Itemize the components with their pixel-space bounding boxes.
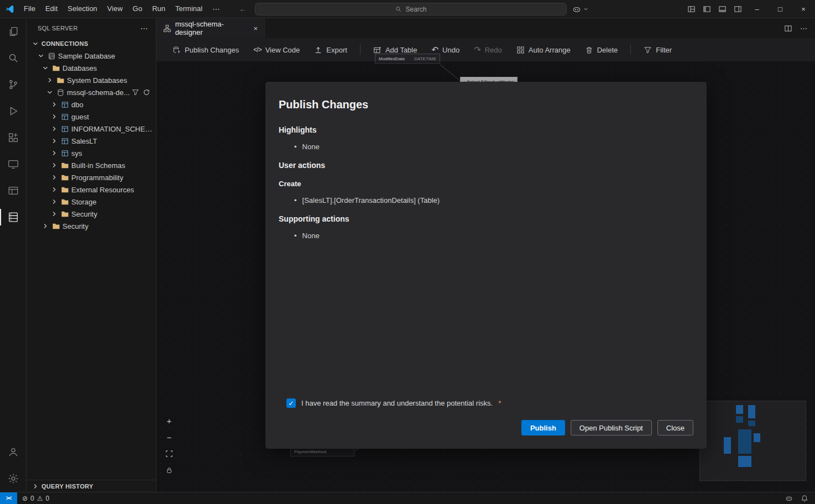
chevron-right-icon <box>45 76 54 85</box>
error-count: 0 <box>30 495 34 502</box>
checkbox-label: I have read the summary and understand t… <box>301 399 493 407</box>
add-table-icon <box>373 46 382 54</box>
tab-mssql-schema-designer[interactable]: mssql-schema-designer × <box>156 18 265 38</box>
split-editor-icon[interactable] <box>784 24 792 33</box>
add-table-button[interactable]: Add Table <box>366 46 425 54</box>
notifications-bell-icon[interactable] <box>801 495 808 502</box>
tree-item-programmability[interactable]: Programmability <box>27 171 156 183</box>
extensions-icon[interactable] <box>0 124 27 151</box>
tree-item-system-databases[interactable]: System Databases <box>27 74 156 86</box>
filter-icon[interactable] <box>132 88 139 96</box>
connections-section-header[interactable]: CONNECTIONS <box>27 38 156 50</box>
redo-button[interactable]: ↷ Redo <box>467 45 509 55</box>
copilot-button[interactable] <box>572 3 589 15</box>
menu-run[interactable]: Run <box>147 0 170 18</box>
chevron-down-icon <box>583 6 589 12</box>
tree-item-saleslt[interactable]: SalesLT <box>27 135 156 147</box>
remote-explorer-icon[interactable] <box>0 151 27 177</box>
account-icon[interactable] <box>0 439 27 465</box>
editor-layout-icon[interactable] <box>0 177 27 204</box>
bullet-icon: • <box>294 143 297 151</box>
menu-terminal[interactable]: Terminal <box>170 0 207 18</box>
copilot-status-icon[interactable] <box>785 495 793 502</box>
tree-item-external-resources[interactable]: External Resources <box>27 183 156 196</box>
tree-item-information-schema[interactable]: INFORMATION_SCHEMA <box>27 123 156 135</box>
tree-item-security-server[interactable]: Security <box>27 220 156 232</box>
minimap-node <box>748 421 755 426</box>
vscode-logo-icon <box>0 4 19 14</box>
zoom-in-button[interactable]: + <box>163 414 175 427</box>
query-history-section-header[interactable]: QUERY HISTORY <box>27 480 156 492</box>
refresh-icon[interactable] <box>143 88 150 96</box>
tree-item-databases[interactable]: Databases <box>27 62 156 74</box>
delete-button[interactable]: Delete <box>578 46 625 54</box>
sql-server-view-icon[interactable] <box>0 204 27 230</box>
chevron-down-icon <box>41 64 50 72</box>
undo-button[interactable]: ↶ Undo <box>424 45 467 55</box>
settings-gear-icon[interactable] <box>0 465 27 492</box>
back-icon[interactable]: ← <box>239 4 247 13</box>
tree-item-security-db[interactable]: Security <box>27 208 156 220</box>
sidebar-title: SQL SERVER <box>38 25 78 32</box>
toggle-secondary-sidebar-icon[interactable] <box>730 0 745 18</box>
chevron-right-icon <box>50 136 59 145</box>
publish-changes-button[interactable]: Publish Changes <box>165 46 246 54</box>
list-item: • None <box>294 143 693 151</box>
fit-view-icon[interactable] <box>163 448 175 460</box>
sidebar-more-icon[interactable]: ⋯ <box>140 24 148 33</box>
tree-item-sys[interactable]: sys <box>27 147 156 159</box>
remote-indicator[interactable]: >< <box>0 492 17 504</box>
tree-item-storage[interactable]: Storage <box>27 196 156 208</box>
publish-button[interactable]: Publish <box>521 420 565 435</box>
toggle-primary-sidebar-icon[interactable] <box>699 0 714 18</box>
auto-arrange-button[interactable]: Auto Arrange <box>509 46 578 54</box>
designer-toolbar: Publish Changes </> View Code Export Add… <box>156 38 815 61</box>
schema-designer-icon <box>163 24 171 33</box>
customize-layout-icon[interactable] <box>683 0 699 18</box>
zoom-out-button[interactable]: − <box>163 431 175 443</box>
tree-item-mssql-schema-designer-db[interactable]: mssql-schema-de... <box>27 86 156 98</box>
chevron-right-icon <box>50 124 59 133</box>
close-tab-icon[interactable]: × <box>253 24 258 33</box>
chevron-right-icon <box>50 149 59 158</box>
menu-more-icon[interactable]: ⋯ <box>207 5 224 13</box>
view-code-button[interactable]: </> View Code <box>246 46 307 54</box>
menu-selection[interactable]: Selection <box>62 0 102 18</box>
tree-item-sample-database[interactable]: Sample Database <box>27 50 156 62</box>
editor-more-icon[interactable]: ⋯ <box>800 24 807 33</box>
tree-item-dbo[interactable]: dbo <box>27 98 156 111</box>
editor-group: mssql-schema-designer × ⋯ Publish Change… <box>156 18 815 492</box>
tree-item-built-in-schemas[interactable]: Built-in Schemas <box>27 159 156 171</box>
export-button[interactable]: Export <box>307 46 354 54</box>
toggle-panel-icon[interactable] <box>714 0 730 18</box>
auto-arrange-icon <box>516 46 525 54</box>
problems-status[interactable]: ⊘ 0 ⚠ 0 <box>17 495 54 502</box>
run-debug-icon[interactable] <box>0 98 27 124</box>
source-control-icon[interactable] <box>0 71 27 98</box>
tab-bar: mssql-schema-designer × ⋯ <box>156 18 815 38</box>
explorer-icon[interactable] <box>0 18 27 45</box>
diagram-minimap[interactable] <box>699 401 806 481</box>
menu-go[interactable]: Go <box>128 0 147 18</box>
filter-button[interactable]: Filter <box>636 46 679 54</box>
search-view-icon[interactable] <box>0 45 27 71</box>
close-dialog-button[interactable]: Close <box>657 420 693 435</box>
tree-item-guest[interactable]: guest <box>27 111 156 123</box>
lock-icon[interactable] <box>163 464 175 476</box>
trash-icon <box>585 46 593 54</box>
command-center-search[interactable]: Search <box>255 3 567 15</box>
user-actions-heading: User actions <box>279 161 693 170</box>
maximize-button[interactable]: □ <box>769 0 792 18</box>
chevron-right-icon <box>50 197 59 206</box>
risk-acknowledge-checkbox[interactable]: ✓ <box>286 398 296 408</box>
open-publish-script-button[interactable]: Open Publish Script <box>571 420 652 435</box>
menu-file[interactable]: File <box>19 0 40 18</box>
close-window-button[interactable]: × <box>792 0 815 18</box>
menu-edit[interactable]: Edit <box>40 0 62 18</box>
chevron-right-icon <box>50 112 59 121</box>
server-icon <box>47 51 56 60</box>
dialog-title: Publish Changes <box>279 98 693 111</box>
minimize-button[interactable]: – <box>745 0 769 18</box>
menu-view[interactable]: View <box>102 0 128 18</box>
vscode-window: File Edit Selection View Go Run Terminal… <box>0 0 815 504</box>
